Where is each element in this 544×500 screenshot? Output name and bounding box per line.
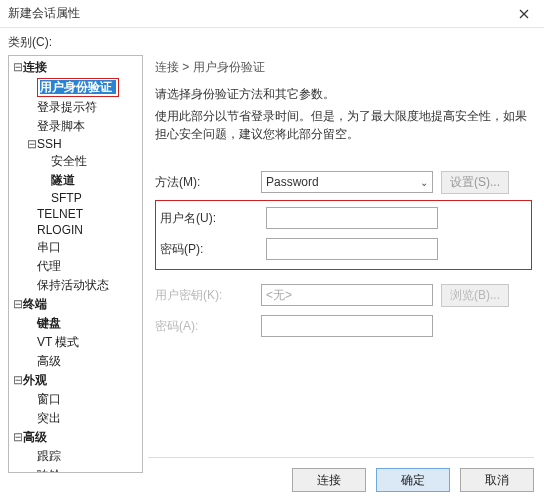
tree-label: RLOGIN <box>37 223 83 237</box>
intro-line-1: 请选择身份验证方法和其它参数。 <box>155 86 532 103</box>
tree-item[interactable]: VT 模式 <box>9 333 142 352</box>
highlight-box: 用户身份验证 <box>37 78 119 97</box>
tree-label: 跟踪 <box>37 449 61 463</box>
userkey-value: <无> <box>261 284 433 306</box>
tree-label: SSH <box>37 137 62 151</box>
passphrase-input <box>261 315 433 337</box>
tree-item[interactable]: 保持活动状态 <box>9 276 142 295</box>
method-dropdown[interactable]: Password ⌄ <box>261 171 433 193</box>
tree-label: 代理 <box>37 259 61 273</box>
tree-label: 外观 <box>23 373 47 387</box>
tree-item[interactable]: TELNET <box>9 206 142 222</box>
tree-label: 窗口 <box>37 392 61 406</box>
footer-buttons: 连接 确定 取消 <box>292 468 534 492</box>
userkey-label: 用户密钥(K): <box>155 287 261 304</box>
credentials-highlight: 用户名(U): 密码(P): <box>155 200 532 270</box>
tree-item[interactable]: 键盘 <box>9 314 142 333</box>
footer-separator <box>148 457 534 458</box>
cancel-button[interactable]: 取消 <box>460 468 534 492</box>
method-label: 方法(M): <box>155 174 261 191</box>
password-input[interactable] <box>266 238 438 260</box>
ok-button[interactable]: 确定 <box>376 468 450 492</box>
intro-line-2: 使用此部分以节省登录时间。但是，为了最大限度地提高安全性，如果担心安全问题，建议… <box>155 107 532 143</box>
method-row: 方法(M): Password ⌄ 设置(S)... <box>155 169 532 195</box>
breadcrumb: 连接 > 用户身份验证 <box>155 59 532 76</box>
tree-label: 串口 <box>37 240 61 254</box>
passphrase-label: 密码(A): <box>155 318 261 335</box>
connect-button[interactable]: 连接 <box>292 468 366 492</box>
expander-icon: ⊟ <box>13 60 23 74</box>
username-row: 用户名(U): <box>160 205 527 231</box>
tree-label: 登录脚本 <box>37 119 85 133</box>
password-row: 密码(P): <box>160 236 527 262</box>
tree-label: 安全性 <box>51 154 87 168</box>
body-area: ⊟连接用户身份验证登录提示符登录脚本⊟SSH安全性隧道SFTPTELNETRLO… <box>0 55 544 473</box>
window-title: 新建会话属性 <box>8 5 80 22</box>
username-input[interactable] <box>266 207 438 229</box>
category-label: 类别(C): <box>0 28 544 55</box>
tree-label: VT 模式 <box>37 335 79 349</box>
titlebar: 新建会话属性 <box>0 0 544 28</box>
passphrase-row: 密码(A): <box>155 313 532 339</box>
tree-item[interactable]: ⊟外观 <box>9 371 142 390</box>
tree-label: SFTP <box>51 191 82 205</box>
tree-label: 高级 <box>23 430 47 444</box>
tree-label: 登录提示符 <box>37 100 97 114</box>
tree-item[interactable]: ⊟终端 <box>9 295 142 314</box>
username-label: 用户名(U): <box>160 210 266 227</box>
tree-item[interactable]: 隧道 <box>9 171 142 190</box>
tree-label: 突出 <box>37 411 61 425</box>
expander-icon: ⊟ <box>13 297 23 311</box>
tree-label: 高级 <box>37 354 61 368</box>
tree-item[interactable]: 高级 <box>9 352 142 371</box>
tree-item[interactable]: 串口 <box>9 238 142 257</box>
tree-label: 用户身份验证 <box>40 80 116 94</box>
tree-label: 响铃 <box>37 468 61 473</box>
tree-item[interactable]: ⊟高级 <box>9 428 142 447</box>
tree-item[interactable]: 代理 <box>9 257 142 276</box>
tree-item[interactable]: 登录脚本 <box>9 117 142 136</box>
tree-label: 终端 <box>23 297 47 311</box>
tree-label: 隧道 <box>51 173 75 187</box>
tree-item[interactable]: ⊟连接 <box>9 58 142 77</box>
category-tree[interactable]: ⊟连接用户身份验证登录提示符登录脚本⊟SSH安全性隧道SFTPTELNETRLO… <box>8 55 143 473</box>
close-button[interactable] <box>504 0 544 28</box>
tree-label: 键盘 <box>37 316 61 330</box>
browse-button: 浏览(B)... <box>441 284 509 307</box>
close-icon <box>519 9 529 19</box>
tree-item[interactable]: ⊟SSH <box>9 136 142 152</box>
method-value: Password <box>266 175 319 189</box>
password-label: 密码(P): <box>160 241 266 258</box>
tree-item[interactable]: RLOGIN <box>9 222 142 238</box>
tree-item[interactable]: 窗口 <box>9 390 142 409</box>
chevron-down-icon: ⌄ <box>420 177 428 188</box>
tree-item[interactable]: 用户身份验证 <box>9 77 142 98</box>
tree-label: 保持活动状态 <box>37 278 109 292</box>
main-panel: 连接 > 用户身份验证 请选择身份验证方法和其它参数。 使用此部分以节省登录时间… <box>149 55 544 473</box>
expander-icon: ⊟ <box>27 137 37 151</box>
tree-item[interactable]: 跟踪 <box>9 447 142 466</box>
tree-label: TELNET <box>37 207 83 221</box>
tree-item[interactable]: 响铃 <box>9 466 142 473</box>
tree-item[interactable]: 突出 <box>9 409 142 428</box>
tree-item[interactable]: SFTP <box>9 190 142 206</box>
expander-icon: ⊟ <box>13 430 23 444</box>
tree-item[interactable]: 登录提示符 <box>9 98 142 117</box>
userkey-row: 用户密钥(K): <无> 浏览(B)... <box>155 282 532 308</box>
expander-icon: ⊟ <box>13 373 23 387</box>
tree-label: 连接 <box>23 60 47 74</box>
settings-button[interactable]: 设置(S)... <box>441 171 509 194</box>
tree-item[interactable]: 安全性 <box>9 152 142 171</box>
